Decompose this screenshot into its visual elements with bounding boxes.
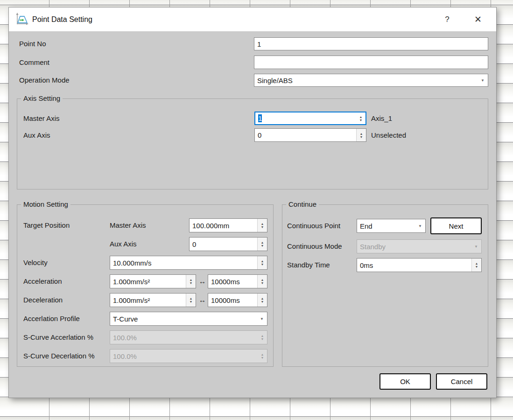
spinner-buttons[interactable]: ▲▼ (186, 294, 196, 307)
spin-down-icon[interactable]: ▼ (475, 265, 478, 268)
acceleration-link-icon: ↔ (199, 274, 206, 288)
spinner-buttons[interactable]: ▲▼ (257, 294, 267, 307)
deceleration-value: 1.000mm/s² (110, 296, 186, 304)
spinner-buttons[interactable]: ▲▼ (257, 238, 267, 251)
spin-down-icon: ▼ (261, 337, 264, 341)
spin-up-icon[interactable]: ▲ (261, 259, 264, 263)
s-curve-deceleration-value: 100.0% (110, 352, 258, 360)
spin-up-icon[interactable]: ▲ (261, 297, 264, 300)
velocity-label: Velocity (23, 256, 48, 270)
point-no-input[interactable]: 1 (254, 37, 488, 50)
spin-up-icon[interactable]: ▲ (475, 262, 478, 265)
help-button[interactable]: ? (436, 7, 459, 31)
spin-up-icon[interactable]: ▲ (190, 278, 193, 281)
spin-up-icon[interactable]: ▲ (261, 278, 264, 281)
spinner-buttons[interactable]: ▲▼ (257, 256, 267, 269)
target-master-axis-value: 100.000mm (190, 222, 257, 230)
spin-up-icon[interactable]: ▲ (360, 132, 363, 135)
spin-up-icon[interactable]: ▲ (261, 241, 264, 244)
continuous-point-label: Continuous Point (287, 219, 340, 233)
deceleration-link-icon: ↔ (199, 293, 206, 307)
acceleration-time-spinner[interactable]: 10000ms ▲▼ (208, 274, 267, 288)
master-axis-label: Master Axis (23, 112, 60, 125)
deceleration-time-spinner[interactable]: 10000ms ▲▼ (208, 293, 267, 307)
spin-down-icon[interactable]: ▼ (261, 281, 264, 285)
spinner-buttons[interactable]: ▲▼ (471, 259, 481, 272)
continuous-point-select[interactable]: End ▼ (357, 219, 426, 233)
spin-down-icon[interactable]: ▼ (360, 135, 363, 139)
cancel-button[interactable]: Cancel (436, 373, 487, 390)
chevron-down-icon[interactable]: ▼ (478, 78, 488, 83)
dialog-title: Point Data Setting (32, 7, 92, 31)
motion-setting-title: Motion Setting (21, 200, 70, 208)
target-aux-axis-value: 0 (190, 240, 257, 248)
spin-down-icon: ▼ (261, 356, 264, 359)
acceleration-label: Acceleration (23, 274, 62, 288)
close-button[interactable]: ✕ (466, 7, 490, 31)
chevron-down-icon[interactable]: ▼ (257, 317, 267, 321)
acceleration-profile-label: Accerlation Profile (23, 312, 80, 326)
s-curve-deceleration-label: S-Curve Decerlation % (23, 349, 95, 363)
deceleration-spinner[interactable]: 1.000mm/s² ▲▼ (110, 293, 196, 307)
spinner-buttons: ▲▼ (258, 331, 267, 344)
master-axis-spin-buttons[interactable]: ▲▼ (356, 112, 365, 124)
operation-mode-select[interactable]: Single/ABS ▼ (254, 74, 488, 87)
target-aux-axis-spinner[interactable]: 0 ▲▼ (189, 237, 267, 251)
master-axis-value: 1 (258, 114, 262, 122)
s-curve-acceleration-spinner: 100.0% ▲▼ (110, 330, 267, 344)
standby-time-label: Standby Time (287, 258, 330, 272)
spin-up-icon[interactable]: ▲ (261, 222, 264, 225)
next-button[interactable]: Next (430, 217, 482, 234)
aux-axis-spinner[interactable]: 0 ▲▼ (254, 128, 366, 142)
chevron-down-icon[interactable]: ▼ (415, 224, 425, 228)
point-no-label: Point No (19, 37, 46, 50)
acceleration-profile-value: T-Curve (110, 315, 257, 323)
deceleration-time-value: 10000ms (208, 296, 257, 304)
spinner-buttons: ▲▼ (258, 350, 267, 363)
master-axis-spinner[interactable]: 1 ▲▼ (254, 112, 366, 125)
acceleration-value: 1.000mm/s² (110, 278, 186, 286)
continuous-mode-select: Standby ▼ (357, 239, 482, 253)
spinner-buttons[interactable]: ▲▼ (257, 275, 267, 288)
target-master-axis-spinner[interactable]: 100.000mm ▲▼ (189, 218, 267, 232)
spin-up-icon: ▲ (261, 334, 264, 337)
aux-axis-label: Aux Axis (23, 128, 50, 142)
spin-down-icon[interactable]: ▼ (261, 263, 264, 266)
spin-down-icon[interactable]: ▼ (190, 281, 193, 285)
continuous-mode-value: Standby (357, 243, 471, 251)
point-no-value: 1 (254, 40, 488, 48)
target-aux-axis-label: Aux Axis (110, 237, 137, 251)
motion-setting-group: Motion Setting Target Position Master Ax… (17, 204, 274, 367)
ok-button[interactable]: OK (379, 373, 431, 390)
spin-up-icon: ▲ (261, 353, 264, 356)
master-axis-tag: Axis_1 (371, 112, 392, 125)
axis-setting-group: Axis Setting Master Axis 1 ▲▼ Axis_1 Aux… (17, 98, 488, 189)
comment-input[interactable] (254, 56, 488, 69)
velocity-value: 10.000mm/s (110, 259, 257, 267)
acceleration-profile-select[interactable]: T-Curve ▼ (110, 312, 267, 326)
s-curve-acceleration-value: 100.0% (110, 334, 258, 342)
velocity-spinner[interactable]: 10.000mm/s ▲▼ (110, 256, 267, 270)
continuous-mode-label: Continuous Mode (287, 239, 342, 253)
continuous-point-value: End (357, 222, 415, 230)
spin-up-icon[interactable]: ▲ (190, 297, 193, 300)
standby-time-spinner[interactable]: 0ms ▲▼ (357, 258, 482, 272)
s-curve-deceleration-spinner: 100.0% ▲▼ (110, 349, 267, 363)
operation-mode-label: Operation Mode (19, 74, 70, 87)
spin-down-icon[interactable]: ▼ (190, 300, 193, 303)
target-master-axis-label: Master Axis (110, 218, 146, 232)
spin-down-icon[interactable]: ▼ (359, 119, 363, 122)
spin-up-icon[interactable]: ▲ (359, 115, 363, 119)
spinner-buttons[interactable]: ▲▼ (257, 219, 267, 232)
chevron-down-icon: ▼ (471, 245, 481, 249)
spin-down-icon[interactable]: ▼ (261, 225, 264, 229)
standby-time-value: 0ms (357, 261, 471, 269)
acceleration-spinner[interactable]: 1.000mm/s² ▲▼ (110, 274, 196, 288)
deceleration-label: Deceleration (23, 293, 63, 307)
spinner-buttons[interactable]: ▲▼ (186, 275, 196, 288)
spin-down-icon[interactable]: ▼ (261, 244, 264, 247)
spin-down-icon[interactable]: ▼ (261, 300, 264, 303)
target-position-label: Target Position (23, 218, 70, 232)
aux-axis-spin-buttons[interactable]: ▲▼ (356, 129, 366, 141)
title-bar: Point Data Setting ? ✕ (9, 7, 496, 31)
